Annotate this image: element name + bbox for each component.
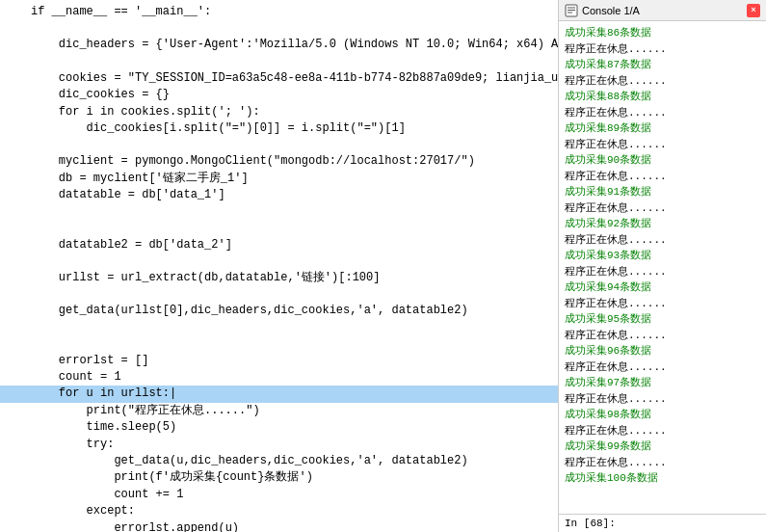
line-number <box>4 187 31 203</box>
console-output-line: 程序正在休息...... <box>565 264 760 280</box>
line-code-text <box>31 54 554 70</box>
console-prompt: In [68]: <box>565 518 616 529</box>
line-code-text: if __name__ == '__main__': <box>31 4 554 20</box>
console-header: Console 1/A × <box>559 0 766 21</box>
line-number <box>4 520 31 532</box>
console-output-line: 程序正在休息...... <box>565 200 760 217</box>
console-output-line: 成功采集96条数据 <box>565 343 760 359</box>
code-line: try: <box>0 437 558 453</box>
line-number <box>4 503 31 519</box>
console-output-line: 程序正在休息...... <box>565 296 760 312</box>
code-line <box>0 20 558 37</box>
code-line <box>0 286 558 303</box>
line-number <box>4 120 31 137</box>
line-code-text: for u in urllst:| <box>31 386 554 402</box>
line-code-text: cookies = "TY_SESSION_ID=a63a5c48-ee8a-4… <box>31 70 558 87</box>
code-line: for i in cookies.split('; '): <box>0 104 558 120</box>
code-line: print(f'成功采集{count}条数据') <box>0 469 558 486</box>
console-output[interactable]: 成功采集86条数据程序正在休息......成功采集87条数据程序正在休息....… <box>559 21 766 514</box>
console-output-line: 程序正在休息...... <box>565 391 760 408</box>
code-line <box>0 221 558 237</box>
code-line: count += 1 <box>0 487 558 503</box>
console-input-area: In [68]: <box>559 514 766 532</box>
line-number <box>4 403 31 419</box>
line-code-text: datatable = db['data_1'] <box>31 187 554 203</box>
code-line: get_data(urllst[0],dic_headers,dic_cooki… <box>0 303 558 319</box>
console-output-line: 成功采集100条数据 <box>565 470 760 487</box>
code-line: for u in urllst:| <box>0 386 558 402</box>
code-content: if __name__ == '__main__': dic_headers =… <box>0 0 558 532</box>
console-output-line: 成功采集90条数据 <box>565 152 760 169</box>
line-code-text <box>31 204 554 221</box>
line-number <box>4 20 31 37</box>
console-output-line: 成功采集92条数据 <box>565 216 760 232</box>
line-number <box>4 70 31 87</box>
line-code-text <box>31 20 554 37</box>
console-close-button[interactable]: × <box>747 4 760 17</box>
code-line <box>0 204 558 221</box>
code-line: myclient = pymongo.MongoClient("mongodb:… <box>0 153 558 170</box>
line-code-text: dic_cookies[i.split("=")[0]] = i.split("… <box>31 120 554 137</box>
console-output-line: 程序正在休息...... <box>565 73 760 90</box>
console-output-line: 成功采集97条数据 <box>565 375 760 391</box>
code-line: cookies = "TY_SESSION_ID=a63a5c48-ee8a-4… <box>0 70 558 87</box>
line-code-text <box>31 286 554 303</box>
line-code-text: get_data(urllst[0],dic_headers,dic_cooki… <box>31 303 554 319</box>
code-line <box>0 253 558 270</box>
code-line: get_data(u,dic_headers,dic_cookies,'a', … <box>0 453 558 469</box>
console-output-line: 成功采集89条数据 <box>565 120 760 137</box>
line-number <box>4 153 31 170</box>
line-code-text: count += 1 <box>31 487 554 503</box>
console-output-line: 程序正在休息...... <box>565 137 760 153</box>
console-output-line: 成功采集88条数据 <box>565 89 760 105</box>
code-line: if __name__ == '__main__': <box>0 4 558 20</box>
code-editor[interactable]: if __name__ == '__main__': dic_headers =… <box>0 0 559 532</box>
code-line: dic_cookies = {} <box>0 87 558 103</box>
console-output-line: 程序正在休息...... <box>565 169 760 185</box>
line-number <box>4 87 31 103</box>
code-line: errorlst = [] <box>0 353 558 369</box>
line-number <box>4 237 31 253</box>
line-number <box>4 4 31 20</box>
line-number <box>4 253 31 270</box>
line-number <box>4 204 31 221</box>
line-number <box>4 270 31 286</box>
code-line: datatable2 = db['data_2'] <box>0 237 558 253</box>
code-line: count = 1 <box>0 369 558 386</box>
line-number <box>4 353 31 369</box>
line-number <box>4 437 31 453</box>
line-code-text: except: <box>31 503 554 519</box>
code-line: except: <box>0 503 558 519</box>
console-page-icon <box>565 4 578 17</box>
console-output-line: 程序正在休息...... <box>565 328 760 344</box>
line-code-text: db = myclient['链家二手房_1'] <box>31 171 554 187</box>
line-number <box>4 386 31 402</box>
code-line: urllst = url_extract(db,datatable,'链接')[… <box>0 270 558 286</box>
code-line: dic_cookies[i.split("=")[0]] = i.split("… <box>0 120 558 137</box>
line-number <box>4 369 31 386</box>
line-number <box>4 137 31 153</box>
console-output-line: 程序正在休息...... <box>565 455 760 471</box>
line-code-text <box>31 253 554 270</box>
line-number <box>4 37 31 53</box>
code-line: errorlst.append(u) <box>0 520 558 532</box>
line-number <box>4 320 31 336</box>
console-output-line: 程序正在休息...... <box>565 41 760 58</box>
line-number <box>4 54 31 70</box>
line-code-text: print(f'成功采集{count}条数据') <box>31 469 554 486</box>
line-code-text <box>31 336 554 353</box>
code-line: print("程序正在休息......") <box>0 403 558 419</box>
console-title: Console 1/A <box>582 5 743 16</box>
line-code-text <box>31 221 554 237</box>
console-output-line: 成功采集99条数据 <box>565 439 760 455</box>
code-line: time.sleep(5) <box>0 419 558 436</box>
line-code-text: get_data(u,dic_headers,dic_cookies,'a', … <box>31 453 554 469</box>
line-number <box>4 487 31 503</box>
line-number <box>4 104 31 120</box>
line-number <box>4 469 31 486</box>
line-code-text: time.sleep(5) <box>31 419 554 436</box>
line-code-text: dic_headers = {'User-Agent':'Mozilla/5.0… <box>31 37 558 53</box>
console-output-line: 程序正在休息...... <box>565 232 760 249</box>
console-output-line: 成功采集95条数据 <box>565 311 760 328</box>
line-code-text: count = 1 <box>31 369 554 386</box>
